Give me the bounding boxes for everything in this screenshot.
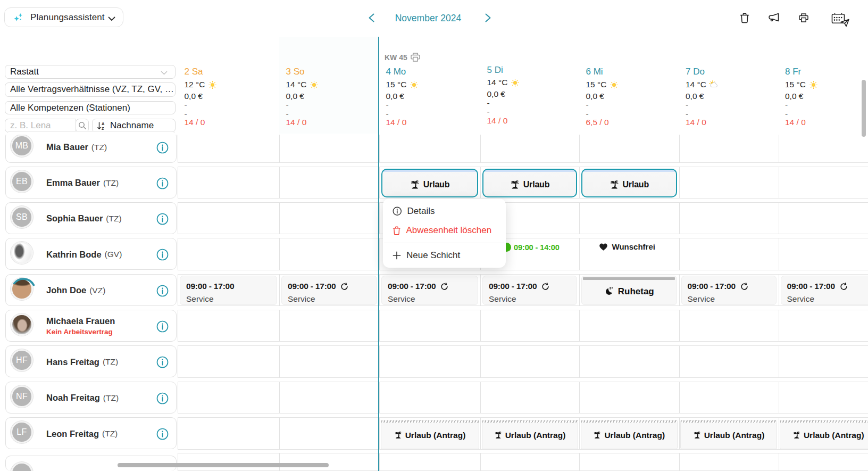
svg-text:Z: Z [102, 126, 104, 130]
